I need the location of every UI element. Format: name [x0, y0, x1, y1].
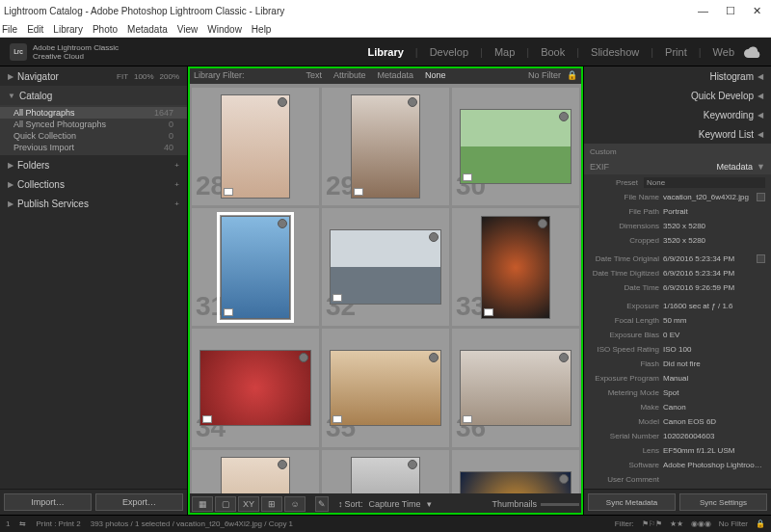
- module-library[interactable]: Library: [368, 46, 404, 58]
- module-map[interactable]: Map: [494, 46, 515, 58]
- metadata-value[interactable]: 6/9/2016 5:23:34 PM: [663, 254, 753, 263]
- thumbnail[interactable]: [221, 94, 291, 199]
- metadata-value[interactable]: 50 mm: [663, 316, 765, 325]
- grid-cell[interactable]: 37: [192, 450, 319, 493]
- metadata-preset-dropdown[interactable]: None: [644, 177, 765, 188]
- thumbnail[interactable]: [330, 350, 441, 425]
- lock-icon[interactable]: 🔒: [756, 519, 765, 528]
- metadata-value[interactable]: 3520 x 5280: [663, 236, 765, 245]
- metadata-panel-label[interactable]: Metadata: [717, 162, 754, 172]
- thumbnail-grid[interactable]: 282930313233343536373839: [188, 84, 583, 493]
- cloud-sync-icon[interactable]: [744, 46, 761, 58]
- metadata-value[interactable]: Spot: [663, 388, 765, 397]
- custom-dropdown[interactable]: Custom: [590, 147, 617, 156]
- module-print[interactable]: Print: [665, 46, 687, 58]
- metadata-value[interactable]: 6/9/2016 9:26:59 PM: [663, 283, 765, 292]
- menu-view[interactable]: View: [177, 24, 199, 35]
- grid-cell[interactable]: 39: [452, 450, 579, 493]
- plus-icon[interactable]: +: [174, 161, 179, 170]
- thumbnail[interactable]: [199, 350, 311, 425]
- filmstrip-toggle-icon[interactable]: ⇆: [19, 519, 26, 528]
- grid-cell[interactable]: 38: [322, 450, 449, 493]
- metadata-set-dropdown[interactable]: EXIF: [590, 162, 609, 172]
- module-slideshow[interactable]: Slideshow: [591, 46, 639, 58]
- goto-icon[interactable]: [757, 193, 765, 201]
- catalog-panel-header[interactable]: ▼ Catalog: [0, 86, 187, 105]
- histogram-panel-header[interactable]: Histogram◀: [584, 66, 771, 86]
- survey-view-icon[interactable]: ⊞: [261, 496, 282, 512]
- filter-tab-attribute[interactable]: Attribute: [333, 70, 366, 80]
- menu-file[interactable]: File: [2, 24, 17, 35]
- metadata-value[interactable]: 1/1600 sec at ƒ / 1.6: [663, 302, 765, 310]
- metadata-value[interactable]: 0 EV: [663, 331, 765, 339]
- grid-cell[interactable]: 30: [452, 88, 579, 205]
- catalog-item[interactable]: All Photographs1647: [0, 107, 187, 119]
- import-button[interactable]: Import…: [4, 493, 92, 511]
- sort-direction-icon[interactable]: ↕: [338, 499, 343, 509]
- menubar[interactable]: FileEditLibraryPhotoMetadataViewWindowHe…: [0, 21, 771, 38]
- thumbnail[interactable]: [221, 216, 291, 320]
- thumb-size-slider[interactable]: [541, 503, 579, 506]
- thumbnail[interactable]: [460, 109, 572, 184]
- catalog-item[interactable]: Quick Collection0: [0, 130, 187, 142]
- menu-photo[interactable]: Photo: [93, 24, 118, 35]
- metadata-value[interactable]: Portrait: [663, 207, 765, 216]
- grid-cell[interactable]: 28: [192, 88, 319, 205]
- metadata-value[interactable]: Canon: [663, 403, 765, 412]
- thumbnail[interactable]: [221, 457, 291, 493]
- filter-tab-none[interactable]: None: [425, 70, 446, 80]
- navigator-zoom-option[interactable]: 200%: [160, 72, 179, 81]
- catalog-item[interactable]: All Synced Photographs0: [0, 119, 187, 130]
- grid-cell[interactable]: 35: [322, 329, 449, 446]
- minimize-icon[interactable]: —: [698, 5, 708, 17]
- grid-view-icon[interactable]: ▦: [192, 496, 213, 512]
- navigator-zoom-option[interactable]: 100%: [134, 72, 153, 81]
- flag-filter-icon[interactable]: ⚑⚐⚑: [642, 519, 662, 528]
- grid-toolbar[interactable]: ▦ ▢ XY ⊞ ☺ ✎ ↕ Sort: Capture Time ▾ Thum…: [188, 493, 583, 515]
- module-develop[interactable]: Develop: [430, 46, 468, 58]
- sync-metadata-button[interactable]: Sync Metadata: [588, 493, 676, 511]
- library-filter-bar[interactable]: Library Filter: TextAttributeMetadataNon…: [188, 66, 583, 84]
- metadata-value[interactable]: Adobe Photoshop Lightroom 5…: [663, 461, 765, 469]
- grid-cell[interactable]: 34: [192, 329, 319, 446]
- thumbnail[interactable]: [460, 350, 572, 425]
- quick-develop-panel-header[interactable]: Quick Develop◀: [584, 86, 771, 105]
- grid-cell[interactable]: 33: [452, 208, 579, 326]
- filter-status[interactable]: No Filter: [528, 70, 561, 80]
- menu-edit[interactable]: Edit: [27, 24, 43, 35]
- module-book[interactable]: Book: [541, 46, 565, 58]
- filter-tab-text[interactable]: Text: [306, 70, 323, 80]
- painter-icon[interactable]: ✎: [315, 496, 329, 512]
- people-view-icon[interactable]: ☺: [284, 496, 306, 512]
- grid-cell[interactable]: 31: [192, 208, 319, 326]
- lock-icon[interactable]: 🔒: [567, 70, 577, 80]
- metadata-value[interactable]: 102026004603: [663, 432, 765, 440]
- thumbnail[interactable]: [351, 94, 421, 199]
- filter-preset-dropdown[interactable]: No Filter: [719, 519, 748, 528]
- thumbnail[interactable]: [351, 457, 421, 493]
- metadata-value[interactable]: Did not fire: [663, 359, 765, 368]
- menu-library[interactable]: Library: [53, 24, 83, 35]
- filter-tab-metadata[interactable]: Metadata: [378, 70, 414, 80]
- plus-icon[interactable]: +: [174, 200, 179, 208]
- grid-cell[interactable]: 36: [452, 329, 579, 446]
- menu-window[interactable]: Window: [207, 24, 242, 35]
- grid-cell[interactable]: 29: [322, 88, 449, 205]
- maximize-icon[interactable]: ☐: [726, 5, 735, 17]
- grid-cell[interactable]: 32: [322, 208, 449, 326]
- loupe-view-icon[interactable]: ▢: [215, 496, 236, 512]
- export-button[interactable]: Export…: [95, 493, 183, 511]
- menu-help[interactable]: Help: [252, 24, 272, 35]
- compare-view-icon[interactable]: XY: [238, 496, 259, 512]
- close-icon[interactable]: ✕: [753, 5, 761, 17]
- navigator-panel-header[interactable]: ▶ Navigator FIT100%200%: [0, 66, 187, 86]
- menu-metadata[interactable]: Metadata: [127, 24, 168, 35]
- metadata-value[interactable]: 6/9/2016 5:23:34 PM: [663, 269, 765, 278]
- navigator-zoom-option[interactable]: FIT: [117, 72, 128, 81]
- metadata-value[interactable]: Canon EOS 6D: [663, 417, 765, 426]
- metadata-value[interactable]: Manual: [663, 374, 765, 383]
- metadata-value[interactable]: vacation_t20_6w4Xl2.jpg: [663, 193, 753, 201]
- thumbnail[interactable]: [460, 471, 572, 493]
- module-web[interactable]: Web: [713, 46, 734, 58]
- sort-dropdown[interactable]: Capture Time: [365, 499, 425, 509]
